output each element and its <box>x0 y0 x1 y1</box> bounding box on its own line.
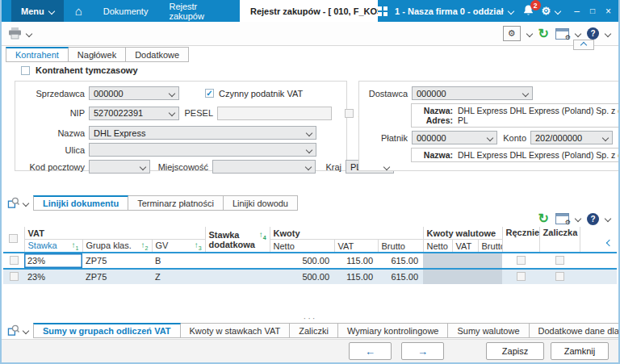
recznie-checkbox[interactable] <box>517 272 526 281</box>
column-header-stawka-dodatkowa[interactable]: ↑4 Stawka dodatkowa <box>205 227 270 253</box>
notifications-button[interactable]: 2 <box>522 4 534 18</box>
miejscowosc-combo[interactable] <box>212 160 316 174</box>
maximize-button[interactable]: □ <box>590 6 595 15</box>
nip-combo[interactable]: 5270022391 <box>89 107 179 120</box>
column-header-w-netto[interactable]: Netto <box>423 240 452 253</box>
tab-linijki-dowodu[interactable]: Linijki dowodu <box>224 195 298 211</box>
minimize-button[interactable]: – <box>574 6 580 17</box>
row-checkbox[interactable] <box>10 272 19 281</box>
chevron-down-icon[interactable] <box>605 30 611 36</box>
cell-vat[interactable]: 115.00 <box>334 269 378 284</box>
close-form-button[interactable]: Zamknij <box>551 342 609 360</box>
chevron-down-icon[interactable] <box>605 215 611 222</box>
zaliczka-checkbox[interactable] <box>555 256 564 265</box>
layout-settings-icon[interactable]: ⚙ <box>555 28 569 40</box>
tab-naglowek[interactable]: Nagłówek <box>69 47 126 62</box>
temp-contractor-checkbox[interactable] <box>21 66 30 75</box>
sprzedawca-combo[interactable]: 000000 <box>89 86 179 100</box>
tab-zaliczki[interactable]: Zaliczki <box>290 323 338 338</box>
tab-linijki-dokumentu[interactable]: Linijki dokumentu <box>33 195 128 211</box>
settings-menu-button[interactable]: ⚙ <box>542 6 561 16</box>
company-selector[interactable]: 1 - Nasza firma 0 - oddział <box>395 6 513 16</box>
previous-record-button[interactable]: ← <box>349 342 392 360</box>
column-header-zaliczka[interactable]: Zaliczka <box>539 227 580 253</box>
column-header-brutto[interactable]: Brutto <box>378 240 423 253</box>
chevron-down-icon[interactable] <box>575 30 581 36</box>
tab-kontrahent[interactable]: Kontrahent <box>6 47 69 62</box>
close-button[interactable]: × <box>605 6 611 17</box>
konto-combo[interactable]: 202/000000 <box>530 131 613 144</box>
tab-sumy-walutowe[interactable]: Sumy walutowe <box>448 323 529 338</box>
cell-grupa-klas[interactable]: ZP75 <box>82 253 152 269</box>
tab-terminarz-platnosci[interactable]: Terminarz płatności <box>128 195 224 211</box>
nazwa-combo[interactable]: DHL Express <box>89 126 316 140</box>
menu-button[interactable]: Menu <box>11 0 64 22</box>
column-header-grupa-klas[interactable]: Grupa klas. ↑2 <box>82 240 152 253</box>
print-button[interactable] <box>2 27 31 40</box>
platnik-combo[interactable]: 000000 <box>412 131 497 144</box>
column-header-netto[interactable]: Netto <box>270 240 334 253</box>
refresh-icon[interactable]: ↻ <box>538 212 549 225</box>
tab-kwoty-w-stawkach[interactable]: Kwoty w stawkach VAT <box>181 323 291 338</box>
dostawca-combo[interactable]: 000000 <box>412 86 533 100</box>
cell-stawka[interactable]: 23% <box>24 253 82 269</box>
osoba-fizyczna-checkbox[interactable] <box>345 109 354 118</box>
chevron-down-icon[interactable] <box>526 30 532 36</box>
column-header-w-vat[interactable]: VAT <box>452 240 478 253</box>
cell-grupa-klas[interactable]: ZP75 <box>82 269 152 284</box>
splitter-handle[interactable]: ··· <box>2 315 618 321</box>
recznie-checkbox[interactable] <box>517 256 526 265</box>
help-icon[interactable]: ? <box>587 27 599 40</box>
collapse-panel-icon[interactable] <box>606 239 613 245</box>
sort-asc-icon[interactable]: ↑4 <box>259 230 266 243</box>
row-checkbox[interactable] <box>10 256 19 265</box>
help-icon[interactable]: ? <box>587 213 599 225</box>
nav-item-dokumenty[interactable]: Dokumenty <box>103 6 149 16</box>
apps-grid-icon[interactable] <box>378 6 388 16</box>
ulica-combo[interactable] <box>89 143 316 157</box>
table-row[interactable]: 23% ZP75 B 500.00 115.00 615.00 <box>3 253 617 269</box>
sort-asc-icon[interactable]: ↑3 <box>195 241 202 251</box>
chevron-down-icon <box>169 110 175 116</box>
cell-netto[interactable]: 500.00 <box>270 253 334 269</box>
tab-dodatkowe[interactable]: Dodatkowe <box>126 47 189 62</box>
zaliczka-checkbox[interactable] <box>555 272 564 281</box>
cell-brutto[interactable]: 615.00 <box>378 269 423 284</box>
next-record-button[interactable]: → <box>401 342 444 360</box>
cell-stawka-dodatkowa[interactable] <box>205 269 270 284</box>
select-all-checkbox[interactable] <box>9 234 18 243</box>
home-icon[interactable]: ⌂ <box>75 0 82 22</box>
cell-netto[interactable]: 500.00 <box>270 269 334 284</box>
cell-gv[interactable]: Z <box>152 269 205 284</box>
sort-asc-icon[interactable]: ↑2 <box>141 241 149 251</box>
column-header-vat[interactable]: VAT <box>334 240 378 253</box>
cell-vat[interactable]: 115.00 <box>334 253 378 269</box>
sort-asc-icon[interactable]: ↑1 <box>72 241 79 251</box>
save-button[interactable]: Zapisz <box>486 342 544 360</box>
cell-gv[interactable]: B <box>152 253 205 269</box>
nav-item-rejestr-zakupow[interactable]: Rejestr zakupów <box>169 2 220 21</box>
tab-wymiary-kontrolingowe[interactable]: Wymiary kontrolingowe <box>338 323 449 338</box>
table-row[interactable]: 23% ZP75 Z 500.00 115.00 615.00 <box>3 269 617 284</box>
lookup-button[interactable] <box>7 324 28 337</box>
chevron-down-icon[interactable] <box>575 215 581 222</box>
collapse-popup-button[interactable] <box>573 40 594 50</box>
kod-pocztowy-combo[interactable] <box>89 160 150 174</box>
form-settings-button[interactable]: ⚙ <box>503 26 521 41</box>
tab-sumy-w-grupach[interactable]: Sumy w grupach odliczeń VAT <box>33 323 181 338</box>
column-header-recznie[interactable]: Ręcznie <box>502 227 539 253</box>
cell-stawka-dodatkowa[interactable] <box>205 253 270 269</box>
column-header-w-brutto[interactable]: Brutto <box>478 240 502 253</box>
cell-stawka[interactable]: 23% <box>24 269 82 284</box>
cell-brutto[interactable]: 615.00 <box>378 253 423 269</box>
column-header-gv[interactable]: GV ↑3 <box>152 240 205 253</box>
lookup-button[interactable] <box>7 197 28 209</box>
select-all-header[interactable] <box>3 227 24 253</box>
pesel-input[interactable] <box>217 107 332 120</box>
column-header-stawka[interactable]: Stawka ↑1 <box>24 240 82 253</box>
refresh-icon[interactable]: ↻ <box>538 27 549 40</box>
active-document-tab[interactable]: Rejestr zakupów - [ 010, F_KOSZEX <box>240 0 378 22</box>
grid-settings-icon[interactable]: ⚙ <box>555 213 569 224</box>
czynny-vat-checkbox[interactable]: ✓ <box>205 89 214 98</box>
tab-dodatkowe-dane-jpk[interactable]: Dodatkowe dane dla JPK <box>530 323 620 338</box>
